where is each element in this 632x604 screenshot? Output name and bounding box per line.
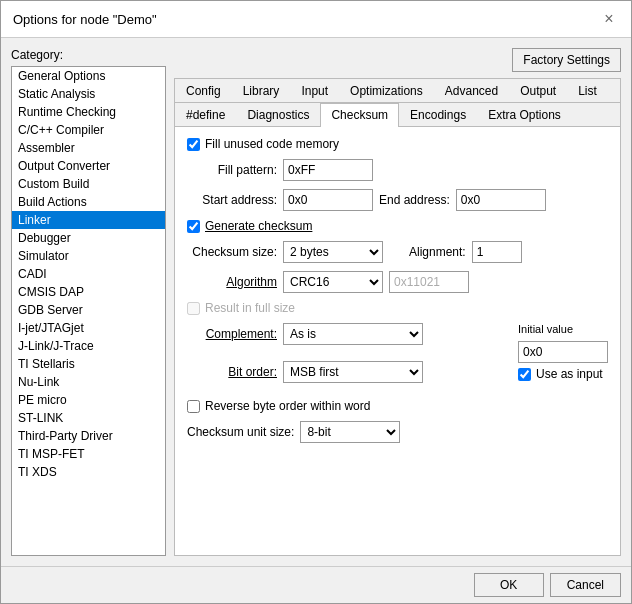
category-item[interactable]: Custom Build	[12, 175, 165, 193]
category-item[interactable]: PE micro	[12, 391, 165, 409]
fill-unused-row: Fill unused code memory	[187, 137, 608, 151]
category-item[interactable]: GDB Server	[12, 301, 165, 319]
ok-button[interactable]: OK	[474, 573, 544, 597]
reverse-byte-checkbox[interactable]	[187, 400, 200, 413]
bit-order-row: Bit order: MSB firstLSB first	[187, 361, 508, 383]
category-item[interactable]: Static Analysis	[12, 85, 165, 103]
category-item[interactable]: General Options	[12, 67, 165, 85]
checksum-size-row: Checksum size: 1 byte2 bytes4 bytes Alig…	[187, 241, 608, 263]
complement-row: Complement: As isOnes complementTwos com…	[187, 323, 508, 345]
complement-initial-row: Complement: As isOnes complementTwos com…	[187, 323, 608, 391]
bit-order-label: Bit order:	[187, 365, 277, 379]
unit-size-label: Checksum unit size:	[187, 425, 294, 439]
tab-input[interactable]: Input	[290, 79, 339, 102]
tab-list[interactable]: List	[567, 79, 608, 102]
category-item[interactable]: TI XDS	[12, 463, 165, 481]
complement-fields: Complement: As isOnes complementTwos com…	[187, 323, 508, 391]
end-address-input[interactable]	[456, 189, 546, 211]
end-address-section: End address:	[379, 189, 546, 211]
complement-label: Complement:	[187, 327, 277, 341]
algorithm-select[interactable]: CRC16CRC32Sum	[283, 271, 383, 293]
use-as-input-checkbox[interactable]	[518, 368, 531, 381]
category-item[interactable]: Third-Party Driver	[12, 427, 165, 445]
close-button[interactable]: ×	[599, 9, 619, 29]
reverse-byte-row: Reverse byte order within word	[187, 399, 608, 413]
factory-settings-button[interactable]: Factory Settings	[512, 48, 621, 72]
category-item[interactable]: I-jet/JTAGjet	[12, 319, 165, 337]
unit-size-select[interactable]: 8-bit16-bit32-bit	[300, 421, 400, 443]
category-item[interactable]: TI Stellaris	[12, 355, 165, 373]
reverse-byte-label: Reverse byte order within word	[205, 399, 370, 413]
bit-order-select[interactable]: MSB firstLSB first	[283, 361, 423, 383]
start-address-label: Start address:	[187, 193, 277, 207]
result-full-size-row: Result in full size	[187, 301, 608, 315]
alignment-input[interactable]	[472, 241, 522, 263]
fill-pattern-input[interactable]	[283, 159, 373, 181]
cancel-button[interactable]: Cancel	[550, 573, 621, 597]
algo-hex-input[interactable]	[389, 271, 469, 293]
start-address-input[interactable]	[283, 189, 373, 211]
factory-btn-row: Factory Settings	[174, 48, 621, 72]
fill-pattern-row: Fill pattern:	[187, 159, 608, 181]
result-full-size-label: Result in full size	[205, 301, 295, 315]
initial-value-box: Initial value Use as input	[518, 323, 608, 389]
category-label: Category:	[11, 48, 166, 62]
fill-unused-label: Fill unused code memory	[205, 137, 339, 151]
alignment-label: Alignment:	[409, 245, 466, 259]
category-item[interactable]: TI MSP-FET	[12, 445, 165, 463]
category-item[interactable]: Assembler	[12, 139, 165, 157]
category-item[interactable]: Build Actions	[12, 193, 165, 211]
dialog-title: Options for node "Demo"	[13, 12, 157, 27]
tabs-container: ConfigLibraryInputOptimizationsAdvancedO…	[174, 78, 621, 556]
tab-library[interactable]: Library	[232, 79, 291, 102]
left-panel: Category: General OptionsStatic Analysis…	[11, 48, 166, 556]
checksum-size-select[interactable]: 1 byte2 bytes4 bytes	[283, 241, 383, 263]
tab-row-1: ConfigLibraryInputOptimizationsAdvancedO…	[175, 79, 620, 103]
title-bar: Options for node "Demo" ×	[1, 1, 631, 38]
unit-size-row: Checksum unit size: 8-bit16-bit32-bit	[187, 421, 608, 443]
category-item[interactable]: Simulator	[12, 247, 165, 265]
bottom-buttons: OK Cancel	[1, 566, 631, 603]
checksum-size-label: Checksum size:	[187, 245, 277, 259]
tab-config[interactable]: Config	[175, 79, 232, 102]
algorithm-row: Algorithm CRC16CRC32Sum	[187, 271, 608, 293]
tab-output[interactable]: Output	[509, 79, 567, 102]
use-as-input-label: Use as input	[536, 367, 603, 381]
fill-pattern-label: Fill pattern:	[187, 163, 277, 177]
generate-checksum-checkbox[interactable]	[187, 220, 200, 233]
tab--define[interactable]: #define	[175, 103, 236, 126]
result-full-size-checkbox[interactable]	[187, 302, 200, 315]
category-item[interactable]: J-Link/J-Trace	[12, 337, 165, 355]
dialog-body: Category: General OptionsStatic Analysis…	[1, 38, 631, 566]
tab-extra-options[interactable]: Extra Options	[477, 103, 572, 126]
generate-checksum-row: Generate checksum	[187, 219, 608, 233]
tab-diagnostics[interactable]: Diagnostics	[236, 103, 320, 126]
address-row: Start address: End address:	[187, 189, 608, 211]
category-item[interactable]: ST-LINK	[12, 409, 165, 427]
tab-row-2: #defineDiagnosticsChecksumEncodingsExtra…	[175, 103, 620, 127]
category-item[interactable]: Nu-Link	[12, 373, 165, 391]
complement-select[interactable]: As isOnes complementTwos complement	[283, 323, 423, 345]
fill-unused-checkbox[interactable]	[187, 138, 200, 151]
category-item[interactable]: Linker	[12, 211, 165, 229]
right-panel: Factory Settings ConfigLibraryInputOptim…	[174, 48, 621, 556]
category-item[interactable]: Output Converter	[12, 157, 165, 175]
tab-encodings[interactable]: Encodings	[399, 103, 477, 126]
category-list: General OptionsStatic AnalysisRuntime Ch…	[11, 66, 166, 556]
category-item[interactable]: CADI	[12, 265, 165, 283]
generate-checksum-label: Generate checksum	[205, 219, 312, 233]
initial-value-input[interactable]	[518, 341, 608, 363]
category-item[interactable]: Debugger	[12, 229, 165, 247]
category-item[interactable]: C/C++ Compiler	[12, 121, 165, 139]
use-as-input-row: Use as input	[518, 367, 608, 381]
category-item[interactable]: CMSIS DAP	[12, 283, 165, 301]
initial-value-label: Initial value	[518, 323, 608, 335]
algorithm-label: Algorithm	[187, 275, 277, 289]
category-item[interactable]: Runtime Checking	[12, 103, 165, 121]
tab-checksum[interactable]: Checksum	[320, 103, 399, 127]
tab-optimizations[interactable]: Optimizations	[339, 79, 434, 102]
tab-content-checksum: Fill unused code memory Fill pattern: St…	[175, 127, 620, 555]
dialog-window: Options for node "Demo" × Category: Gene…	[0, 0, 632, 604]
end-address-label: End address:	[379, 193, 450, 207]
tab-advanced[interactable]: Advanced	[434, 79, 509, 102]
